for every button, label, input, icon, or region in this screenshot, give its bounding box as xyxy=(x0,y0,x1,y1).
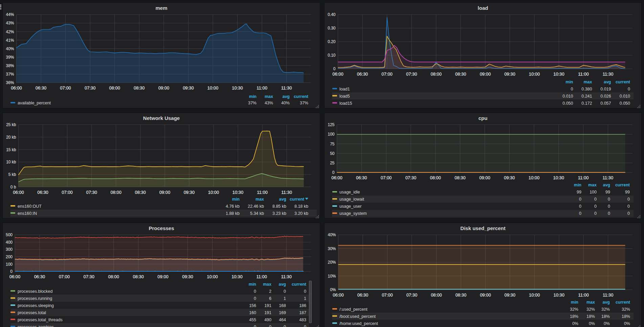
svg-text:min: min xyxy=(565,80,573,84)
svg-text:99: 99 xyxy=(577,190,581,195)
svg-text:0: 0 xyxy=(608,197,610,202)
svg-text:11:00: 11:00 xyxy=(578,292,589,298)
svg-text:min: min xyxy=(571,300,578,305)
svg-text:10:30: 10:30 xyxy=(232,85,243,90)
svg-text:09:00: 09:00 xyxy=(480,71,491,77)
svg-text:39%: 39% xyxy=(6,55,14,60)
svg-text:min: min xyxy=(249,94,257,99)
svg-text:0.050: 0.050 xyxy=(620,101,630,106)
svg-text:0%: 0% xyxy=(330,287,336,292)
svg-text:300: 300 xyxy=(6,247,13,252)
svg-text:usage_user: usage_user xyxy=(339,204,361,209)
svg-text:current: current xyxy=(615,183,630,187)
svg-text:100: 100 xyxy=(6,262,13,267)
svg-text:99: 99 xyxy=(625,190,630,195)
svg-text:10:30: 10:30 xyxy=(232,190,244,195)
svg-text:Processes: Processes xyxy=(149,225,174,231)
svg-text:08:30: 08:30 xyxy=(456,292,467,298)
svg-text:41%: 41% xyxy=(6,38,14,43)
svg-text:32%: 32% xyxy=(570,307,578,312)
svg-text:09:00: 09:00 xyxy=(479,175,490,180)
svg-text:07:00: 07:00 xyxy=(62,190,73,195)
svg-text:0%: 0% xyxy=(624,321,630,326)
svg-text:32%: 32% xyxy=(601,307,610,312)
svg-text:156: 156 xyxy=(249,303,256,308)
svg-text:avg: avg xyxy=(282,94,290,99)
svg-text:min: min xyxy=(249,282,256,287)
svg-text:0: 0 xyxy=(284,289,286,294)
svg-text:10:30: 10:30 xyxy=(553,175,564,180)
svg-text:0: 0 xyxy=(594,211,597,216)
svg-text:168: 168 xyxy=(279,303,286,308)
svg-text:4.76 kb: 4.76 kb xyxy=(226,204,240,209)
svg-text:0.019: 0.019 xyxy=(600,87,611,91)
svg-text:08:30: 08:30 xyxy=(454,175,466,180)
svg-text:18%: 18% xyxy=(601,314,610,319)
svg-text:current: current xyxy=(292,282,307,287)
svg-text:36%: 36% xyxy=(6,80,14,85)
svg-text:07:00: 07:00 xyxy=(382,292,393,298)
svg-text:max: max xyxy=(583,80,592,84)
svg-text:06:00: 06:00 xyxy=(331,175,342,180)
svg-text:/home:used_percent: /home:used_percent xyxy=(339,321,378,326)
svg-text:max: max xyxy=(256,197,264,202)
svg-text:09:30: 09:30 xyxy=(184,190,195,195)
svg-text:09:30: 09:30 xyxy=(182,274,193,279)
svg-text:43%: 43% xyxy=(265,101,273,105)
svg-text:5.34 kb: 5.34 kb xyxy=(250,211,264,216)
svg-text:0: 0 xyxy=(579,197,581,202)
svg-text:08:00: 08:00 xyxy=(430,175,441,180)
svg-text:1.88 kb: 1.88 kb xyxy=(226,211,240,216)
svg-text:100: 100 xyxy=(328,132,334,137)
svg-text:25: 25 xyxy=(330,161,335,165)
svg-text:07:30: 07:30 xyxy=(406,292,418,298)
svg-text:0: 0 xyxy=(627,211,630,216)
svg-text:avg: avg xyxy=(279,282,286,287)
svg-text:max: max xyxy=(265,94,273,99)
svg-text:10:00: 10:00 xyxy=(207,85,219,90)
svg-text:/:used_percent: /:used_percent xyxy=(339,307,368,312)
svg-text:10:00: 10:00 xyxy=(208,190,219,195)
svg-text:32%: 32% xyxy=(586,307,595,312)
svg-text:11:00: 11:00 xyxy=(257,85,267,90)
svg-text:08:00: 08:00 xyxy=(430,71,442,77)
svg-text:0: 0 xyxy=(254,325,256,327)
svg-text:min: min xyxy=(574,183,581,187)
svg-text:37%: 37% xyxy=(248,101,257,105)
svg-text:06:30: 06:30 xyxy=(357,292,369,298)
svg-text:0: 0 xyxy=(594,204,597,209)
svg-text:mem: mem xyxy=(155,5,167,11)
svg-text:load1: load1 xyxy=(339,87,350,91)
svg-text:06:30: 06:30 xyxy=(34,274,45,279)
svg-text:0: 0 xyxy=(594,197,597,202)
svg-text:10:30: 10:30 xyxy=(231,274,243,279)
svg-text:09:00: 09:00 xyxy=(159,190,171,195)
svg-text:187: 187 xyxy=(299,310,306,315)
svg-text:load: load xyxy=(478,5,488,11)
svg-text:0: 0 xyxy=(332,170,335,175)
svg-text:09:30: 09:30 xyxy=(505,292,516,298)
svg-text:08:00: 08:00 xyxy=(109,85,120,90)
svg-text:0: 0 xyxy=(608,204,610,209)
svg-text:08:00: 08:00 xyxy=(110,190,121,195)
svg-text:Network Usage: Network Usage xyxy=(143,115,180,121)
svg-text:08:30: 08:30 xyxy=(135,190,146,195)
svg-text:09:30: 09:30 xyxy=(504,175,515,180)
svg-text:0: 0 xyxy=(254,296,256,301)
svg-text:07:30: 07:30 xyxy=(84,274,95,279)
svg-text:06:00: 06:00 xyxy=(13,190,24,195)
svg-text:200: 200 xyxy=(6,254,13,259)
svg-text:min: min xyxy=(232,197,240,202)
svg-text:38%: 38% xyxy=(6,63,14,68)
svg-text:0: 0 xyxy=(627,197,630,202)
svg-text:/boot:used_percent: /boot:used_percent xyxy=(339,314,376,319)
svg-text:processes.sleeping: processes.sleeping xyxy=(18,303,54,308)
svg-text:processes.total_threads: processes.total_threads xyxy=(18,318,63,322)
svg-text:40%: 40% xyxy=(281,101,290,105)
svg-text:0: 0 xyxy=(579,211,581,216)
svg-text:0.40: 0.40 xyxy=(328,12,336,17)
svg-text:0.30: 0.30 xyxy=(328,26,336,30)
svg-text:06:30: 06:30 xyxy=(357,71,368,77)
svg-text:160: 160 xyxy=(249,310,256,315)
svg-text:07:30: 07:30 xyxy=(406,71,417,77)
